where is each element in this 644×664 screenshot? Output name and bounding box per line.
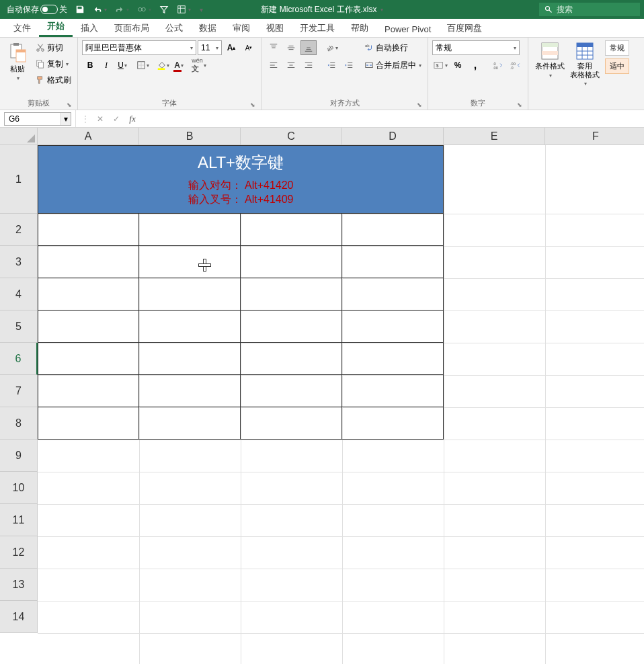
merged-header-cell[interactable]: ALT+数字键 输入对勾： Alt+41420 输入叉号： Alt+41409 (38, 145, 444, 214)
insert-function-button[interactable]: fx (124, 110, 140, 127)
cell-C5[interactable] (241, 310, 342, 343)
row-header-10[interactable]: 10 (0, 472, 38, 504)
column-header-D[interactable]: D (342, 128, 444, 145)
cell-B4[interactable] (139, 278, 241, 310)
row-header-11[interactable]: 11 (0, 504, 38, 536)
number-format-select[interactable]: 常规▾ (432, 40, 520, 55)
name-box-dropdown[interactable]: ▾ (60, 113, 71, 125)
decrease-indent-button[interactable] (323, 58, 339, 73)
tab-百度网盘[interactable]: 百度网盘 (439, 19, 490, 37)
tab-插入[interactable]: 插入 (73, 19, 106, 37)
search-box[interactable]: 搜索 (539, 3, 640, 16)
percent-button[interactable]: % (450, 58, 466, 73)
cell-style-normal[interactable]: 常规 (605, 40, 629, 56)
cell-C7[interactable] (241, 375, 342, 407)
align-right-button[interactable] (300, 58, 317, 73)
row-header-13[interactable]: 13 (0, 569, 38, 601)
cell-D8[interactable] (342, 407, 444, 440)
cut-button[interactable]: 剪切 (34, 40, 73, 55)
font-name-select[interactable]: 阿里巴巴普惠体▾ (82, 40, 196, 55)
merge-center-button[interactable]: 合并后居中▾ (362, 58, 424, 73)
tab-开发工具[interactable]: 开发工具 (292, 19, 343, 37)
row-header-4[interactable]: 4 (0, 278, 38, 310)
cell-A5[interactable] (38, 310, 139, 343)
cell-A4[interactable] (38, 278, 139, 310)
conditional-format-button[interactable]: 条件格式▾ (532, 40, 567, 81)
cell-B2[interactable] (139, 214, 241, 246)
cell-B8[interactable] (139, 407, 241, 440)
enter-formula-button[interactable]: ✓ (108, 110, 124, 127)
select-all-corner[interactable] (0, 128, 38, 145)
tab-帮助[interactable]: 帮助 (343, 19, 376, 37)
tab-文件[interactable]: 文件 (5, 19, 39, 37)
cell-D4[interactable] (342, 278, 444, 310)
align-left-button[interactable] (266, 58, 282, 73)
cancel-formula-button[interactable]: ✕ (92, 110, 108, 127)
column-header-A[interactable]: A (38, 128, 139, 145)
cell-D3[interactable] (342, 246, 444, 278)
row-header-1[interactable]: 1 (0, 145, 38, 214)
qat-customize[interactable]: ▾ (196, 5, 206, 15)
column-header-B[interactable]: B (139, 128, 241, 145)
cell-D5[interactable] (342, 310, 444, 343)
filter-button[interactable] (157, 3, 171, 15)
cell-A7[interactable] (38, 375, 139, 407)
underline-button[interactable]: U▾ (114, 58, 130, 73)
tab-公式[interactable]: 公式 (157, 19, 191, 37)
autosave-toggle[interactable]: 自动保存 关 (4, 3, 70, 17)
undo-button[interactable]: ▾ (90, 3, 110, 15)
cell-B3[interactable] (139, 246, 241, 278)
cell-D6[interactable] (342, 343, 444, 375)
number-launcher[interactable]: ⬊ (517, 101, 522, 108)
decrease-decimal-button[interactable]: .00.0 (508, 58, 524, 73)
orientation-button[interactable]: ab▾ (323, 40, 339, 55)
row-header-12[interactable]: 12 (0, 536, 38, 569)
cell-B7[interactable] (139, 375, 241, 407)
font-size-select[interactable]: 11▾ (198, 40, 222, 55)
tab-审阅[interactable]: 审阅 (225, 19, 258, 37)
cell-D2[interactable] (342, 214, 444, 246)
formula-input[interactable] (143, 110, 644, 127)
border-button[interactable]: ▾ (134, 58, 151, 73)
comma-button[interactable]: , (467, 58, 483, 73)
accounting-format-button[interactable]: $▾ (432, 58, 448, 73)
phonetic-button[interactable]: wén文▾ (191, 58, 207, 73)
format-as-table-button[interactable]: 套用 表格格式▾ (567, 40, 602, 88)
tab-Power Pivot[interactable]: Power Pivot (376, 22, 439, 37)
clipboard-launcher[interactable]: ⬊ (67, 101, 72, 108)
cell-C4[interactable] (241, 278, 342, 310)
row-header-3[interactable]: 3 (0, 246, 38, 278)
row-header-2[interactable]: 2 (0, 214, 38, 246)
row-header-5[interactable]: 5 (0, 310, 38, 343)
name-box[interactable]: G6 ▾ (4, 112, 71, 126)
cell-C3[interactable] (241, 246, 342, 278)
increase-indent-button[interactable] (341, 58, 357, 73)
font-launcher[interactable]: ⬊ (250, 101, 255, 108)
tab-数据[interactable]: 数据 (191, 19, 225, 37)
alignment-launcher[interactable]: ⬊ (417, 101, 422, 108)
decrease-font-button[interactable]: A▾ (241, 40, 257, 55)
cell-C6[interactable] (241, 343, 342, 375)
format-painter-button[interactable]: 格式刷 (34, 73, 73, 87)
paste-button[interactable]: 粘贴▾ (4, 40, 31, 83)
cell-B5[interactable] (139, 310, 241, 343)
column-header-F[interactable]: F (545, 128, 644, 145)
form-button[interactable]: ▾ (174, 3, 194, 15)
column-header-E[interactable]: E (444, 128, 545, 145)
align-top-button[interactable] (266, 40, 282, 55)
cell-A3[interactable] (38, 246, 139, 278)
row-header-14[interactable]: 14 (0, 601, 38, 633)
cell-C8[interactable] (241, 407, 342, 440)
cell-C2[interactable] (241, 214, 342, 246)
align-bottom-button[interactable] (300, 40, 317, 55)
increase-decimal-button[interactable]: .0.00 (490, 58, 506, 73)
tab-页面布局[interactable]: 页面布局 (106, 19, 157, 37)
copy-button[interactable]: 复制▾ (34, 56, 73, 71)
touch-mode-button[interactable]: ▾ (134, 3, 154, 15)
align-center-button[interactable] (283, 58, 299, 73)
increase-font-button[interactable]: A▴ (223, 40, 239, 55)
row-header-8[interactable]: 8 (0, 407, 38, 440)
tab-视图[interactable]: 视图 (258, 19, 292, 37)
cell-style-neutral[interactable]: 适中 (605, 58, 629, 74)
font-color-button[interactable]: A▾ (171, 58, 187, 73)
